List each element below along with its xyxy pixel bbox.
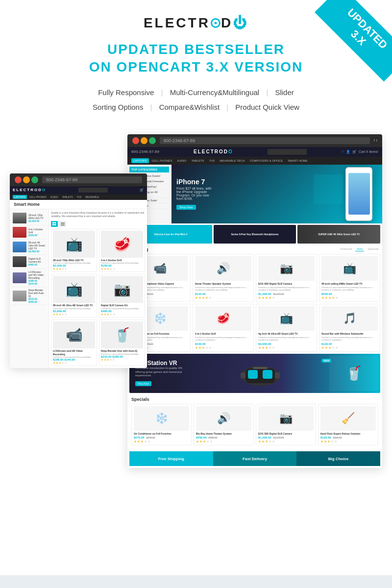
mobile-category-bar[interactable]: LAPTOPS CELL PHONES AUDIO TABLETS TVS WE… — [10, 194, 147, 200]
star-3 — [59, 362, 61, 364]
browser-desktop: 800-2346-67-89 f t 800-2346-67-89 ELECTR… — [127, 134, 382, 468]
product-thumb — [13, 242, 26, 252]
cat-computers[interactable]: COMPUTERS & OFFICE — [248, 158, 285, 163]
product-thumb — [13, 291, 26, 301]
mobile-product-image: 📺 — [53, 231, 95, 258]
star-2 — [262, 296, 265, 299]
tab-new[interactable]: New — [355, 247, 364, 251]
mobile-sidebar-item[interactable]: 4-in-1 Evolve Grill $150.00 — [12, 225, 47, 240]
star-4 — [110, 359, 112, 361]
mobile-star-rating — [53, 268, 95, 270]
cat-tablets[interactable]: TABLETS — [189, 158, 206, 163]
mobile-cat-audio[interactable]: AUDIO — [49, 195, 60, 199]
mobile-cat-laptops[interactable]: LAPTOPS — [13, 195, 27, 199]
product-price: $100.00 — [195, 343, 251, 345]
mobile-star-rating — [101, 359, 143, 361]
svg-rect-4 — [241, 372, 245, 378]
mobile-cat-tvs[interactable]: TVS — [75, 195, 83, 199]
camping-tabs[interactable]: Featured New Specials — [339, 247, 380, 251]
ps-shop-button[interactable]: Shop Now — [135, 381, 151, 386]
mobile-cart-icon[interactable]: 🛒 — [140, 188, 144, 192]
mobile-sidebar-item[interactable]: LCDScreen and HD Video Recording $186.00… — [12, 269, 47, 287]
product-icon: ❄️ — [153, 313, 167, 324]
star-1 — [101, 268, 103, 270]
star-2 — [262, 440, 265, 443]
star-5 — [272, 440, 275, 443]
promo-band-2[interactable]: Series 8-Pair Key Bluetooth Headphones — [214, 225, 296, 244]
category-nav[interactable]: LAPTOPS CELL PHONES AUDIO TABLETS TVS WE… — [127, 157, 382, 165]
star-3 — [107, 359, 109, 361]
tab-specials[interactable]: Specials — [366, 247, 380, 251]
browser-bar: 800-2346-67-89 f t — [127, 134, 382, 147]
product-price: $1,300.00 $1,040.00 — [258, 293, 315, 295]
mobile-product-image: 🥤 — [101, 321, 143, 348]
product-image: 📺 — [321, 256, 378, 281]
star-3 — [107, 268, 109, 270]
hero-title: iPhone 7 — [176, 178, 216, 186]
account-icon[interactable]: 👤 — [346, 150, 350, 154]
cat-phones[interactable]: CELL PHONES — [150, 158, 174, 163]
star-2 — [56, 268, 58, 270]
product-price: $110.00 — [195, 293, 251, 295]
mobile-sidebar-item[interactable]: 85-inch 4K Ultra HD Smart LED TV $3,800.… — [12, 240, 47, 255]
mobile-product-image: 📹 — [53, 321, 95, 348]
wishlist-icon[interactable]: ♡ — [341, 150, 344, 154]
star-2 — [104, 268, 106, 270]
product-card: 📺 4g inch 4k Ultra HD Smart LED TV Comfo… — [256, 304, 317, 352]
product-icon: 📷 — [279, 413, 293, 424]
hero-cta-button[interactable]: Shop Now — [176, 205, 196, 210]
star-1 — [134, 440, 137, 443]
star-4 — [332, 296, 335, 299]
svg-rect-3 — [263, 370, 272, 379]
product-desc: Comfort is a very important thing nowada… — [258, 336, 315, 341]
list-view-button[interactable] — [59, 221, 66, 227]
product-thumb — [13, 213, 26, 223]
cat-wearable[interactable]: WEARABLE TECH — [218, 158, 246, 163]
search-box[interactable] — [268, 149, 307, 155]
promo-text-2: Series 8-Pair Key Bluetooth Headphones — [231, 233, 279, 236]
product-desc: Comfort is a very important thing nowada… — [321, 336, 378, 341]
mobile-cat-phones[interactable]: CELL PHONES — [28, 195, 48, 199]
product-card: 📺 48 inch selling 6MHz Smart LED TV Comf… — [319, 254, 380, 302]
mock-browsers: 800-2346-67-89 f t 800-2346-67-89 ELECTR… — [10, 134, 382, 575]
star-5 — [147, 440, 150, 443]
star-3 — [202, 346, 205, 349]
star-rating — [321, 346, 378, 349]
mobile-search-box[interactable] — [78, 188, 108, 193]
star-rating — [258, 440, 314, 443]
tab-featured[interactable]: Featured — [339, 247, 353, 251]
svg-rect-13 — [61, 225, 65, 226]
camping-section-header: Camping Featured New Specials — [129, 247, 380, 252]
star-5 — [334, 440, 337, 443]
mobile-cat-wearable[interactable]: WEARABLE — [84, 195, 100, 199]
cat-audio[interactable]: AUDIO — [175, 158, 188, 163]
star-rating — [258, 296, 315, 299]
star-1 — [321, 296, 324, 299]
product-grid-row2: ❄️ Air Conditioner on Full Function Comf… — [129, 304, 380, 352]
product-card: 🔊 Home Theater Speaker System Comfort is… — [193, 254, 254, 302]
star-3 — [328, 346, 331, 349]
mobile-sidebar-item[interactable]: Digital SLR Camera Kit $460.00 — [12, 255, 47, 269]
star-5 — [272, 296, 275, 299]
mobile-sidebar-item[interactable]: 28-inch 720p 60Hz LED TV $2,000.00 — [12, 211, 47, 225]
cat-tvs[interactable]: TVS — [207, 158, 217, 163]
logo: ELECTR D ⏻ — [144, 15, 248, 31]
product-image: 📺 — [258, 306, 315, 331]
cart-icon[interactable]: 🛒 — [352, 150, 357, 154]
shop-search-bar — [268, 149, 307, 155]
mobile-product-price: $216.00 $180.00 — [101, 355, 143, 358]
svg-rect-6 — [253, 367, 268, 369]
mobile-cat-tablets[interactable]: TABLETS — [61, 195, 74, 199]
star-5 — [113, 359, 115, 361]
shop-phone: 800-2346-67-89 — [131, 149, 159, 154]
grid-view-button[interactable] — [51, 221, 58, 227]
sidebar-item-text: 4-in-1 Evolve Grill $150.00 — [28, 228, 46, 237]
svg-rect-7 — [52, 222, 54, 223]
star-4 — [206, 440, 209, 443]
promo-band-3[interactable]: SUPER UHD 4K 60Hz Smart LED TV — [297, 225, 380, 244]
product-image: 🧹 — [320, 406, 376, 431]
cat-laptops[interactable]: LAPTOPS — [131, 158, 149, 163]
star-3 — [107, 313, 109, 316]
mobile-sidebar-item[interactable]: Ninja Blender Duo with Auto-iQ $216.00 $… — [12, 287, 47, 305]
cat-smarthome[interactable]: SMART HOME — [286, 158, 309, 163]
